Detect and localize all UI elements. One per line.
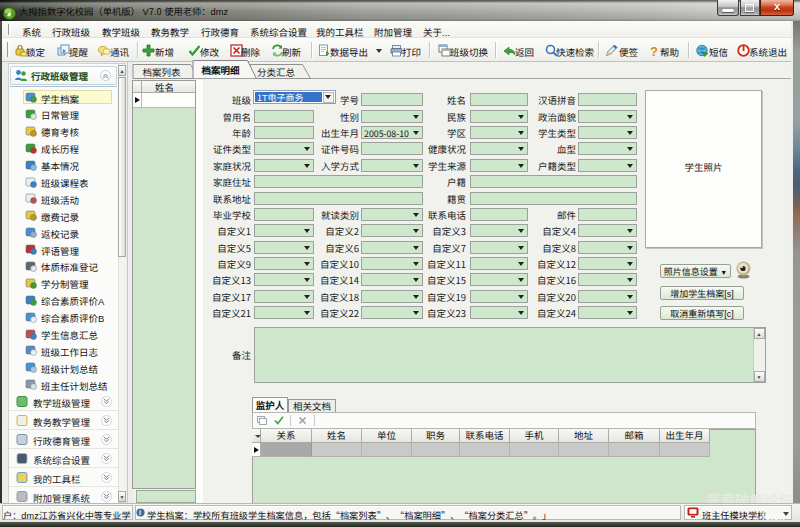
svg-text:i: i <box>139 509 141 516</box>
svg-text:?: ? <box>650 44 658 57</box>
